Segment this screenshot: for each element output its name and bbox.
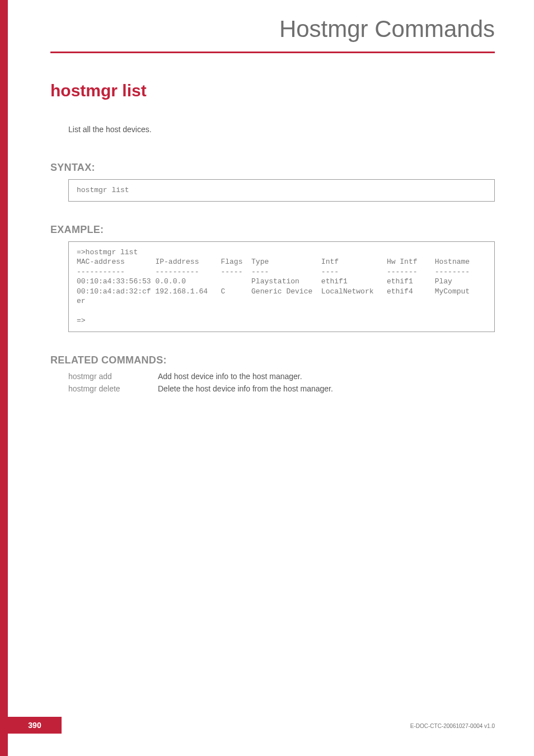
related-cmd: hostmgr delete xyxy=(68,384,158,393)
syntax-heading: SYNTAX: xyxy=(50,162,495,174)
intro-text: List all the host devices. xyxy=(68,125,495,134)
doc-id: E-DOC-CTC-20061027-0004 v1.0 xyxy=(410,723,495,729)
related-desc: Delete the host device info from the hos… xyxy=(158,384,333,393)
syntax-box: hostmgr list xyxy=(68,179,495,202)
header-title: Hostmgr Commands xyxy=(279,16,495,43)
related-cmd: hostmgr add xyxy=(68,372,158,381)
related-heading: RELATED COMMANDS: xyxy=(50,354,495,366)
header-rule xyxy=(50,52,495,53)
example-box: =>hostmgr list MAC-address IP-address Fl… xyxy=(68,241,495,332)
related-desc: Add host device info to the host manager… xyxy=(158,372,302,381)
related-row: hostmgr delete Delete the host device in… xyxy=(68,384,495,393)
side-stripe xyxy=(0,0,8,756)
example-heading: EXAMPLE: xyxy=(50,224,495,236)
related-row: hostmgr add Add host device info to the … xyxy=(68,372,495,381)
page-title: hostmgr list xyxy=(50,81,495,100)
page-number-badge: 390 xyxy=(8,717,62,734)
